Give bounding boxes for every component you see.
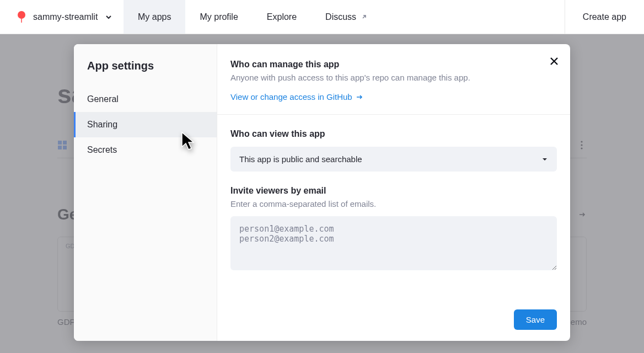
top-bar: sammy-streamlit My apps My profile Explo… [0,0,644,34]
nav-my-profile[interactable]: My profile [185,0,252,34]
sidebar-item-sharing[interactable]: Sharing [74,112,217,137]
visibility-select-value: This app is public and searchable [239,154,362,164]
close-button[interactable] [549,56,559,66]
manage-section-desc: Anyone with push access to this app's re… [230,73,557,82]
visibility-select[interactable]: This app is public and searchable [230,147,557,172]
workspace-name: sammy-streamlit [33,12,98,22]
app-settings-modal: App settings General Sharing Secrets Who… [74,44,570,341]
section-divider [217,114,570,115]
svg-point-0 [18,11,25,19]
invite-emails-input[interactable] [230,216,557,270]
settings-sidebar-title: App settings [74,60,217,87]
github-access-link[interactable]: View or change access in GitHub [230,92,363,101]
sidebar-item-general[interactable]: General [74,87,217,112]
workspace-selector[interactable]: sammy-streamlit [0,0,124,34]
arrow-right-icon [356,93,363,101]
manage-section-title: Who can manage this app [230,60,557,69]
settings-panel: Who can manage this app Anyone with push… [217,44,570,341]
save-button[interactable]: Save [514,309,557,330]
external-link-icon [361,13,368,20]
nav-explore[interactable]: Explore [253,0,311,34]
invite-section-title: Invite viewers by email [230,186,557,196]
caret-down-icon [541,156,548,163]
streamlit-balloon-icon [15,11,28,23]
sidebar-item-secrets[interactable]: Secrets [74,137,217,163]
settings-sidebar: App settings General Sharing Secrets [74,44,217,341]
nav-my-apps[interactable]: My apps [124,0,185,34]
chevron-down-icon [105,13,112,21]
view-section-title: Who can view this app [230,129,557,139]
create-app-button[interactable]: Create app [565,0,644,34]
invite-section-desc: Enter a comma-separated list of emails. [230,199,557,208]
close-icon [549,56,559,66]
top-nav: My apps My profile Explore Discuss [124,0,382,34]
nav-discuss[interactable]: Discuss [311,0,382,34]
